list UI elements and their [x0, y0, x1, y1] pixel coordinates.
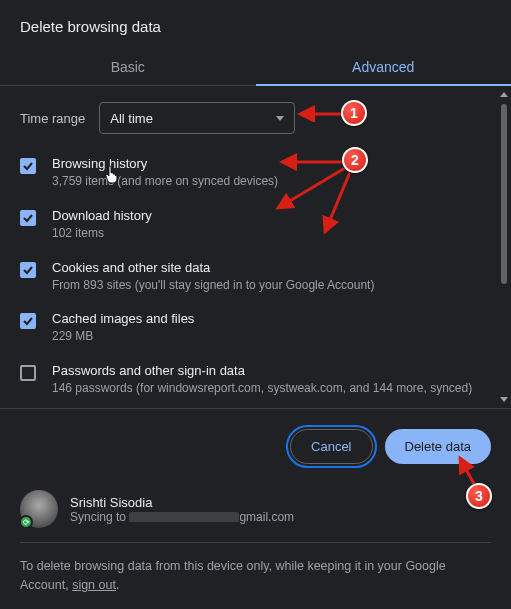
item-title: Cached images and files	[52, 311, 487, 326]
annotation-badge-1: 1	[341, 100, 367, 126]
list-item: Browsing history 3,759 items (and more o…	[20, 148, 505, 200]
scroll-down-icon	[500, 397, 508, 402]
time-range-select[interactable]: All time	[99, 102, 295, 134]
list-item: Download history 102 items	[20, 200, 505, 252]
checkbox-cached[interactable]	[20, 313, 36, 329]
item-title: Download history	[52, 208, 487, 223]
redacted	[129, 512, 239, 522]
options-scroll-area: Time range All time Browsing history 3,7…	[0, 86, 511, 408]
item-sub: 229 MB	[52, 328, 487, 345]
tab-advanced[interactable]: Advanced	[256, 49, 512, 85]
cancel-button[interactable]: Cancel	[290, 429, 372, 464]
item-sub: 102 items	[52, 225, 487, 242]
account-row: ⟳ Srishti Sisodia Syncing to gmail.com	[0, 484, 511, 542]
item-title: Cookies and other site data	[52, 260, 487, 275]
action-row: Cancel Delete data	[0, 409, 511, 484]
tabs: Basic Advanced	[0, 49, 511, 86]
dialog-title: Delete browsing data	[0, 0, 511, 49]
annotation-badge-2: 2	[342, 147, 368, 173]
item-sub: From 893 sites (you'll stay signed in to…	[52, 277, 487, 294]
checkbox-passwords[interactable]	[20, 365, 36, 381]
tab-basic[interactable]: Basic	[0, 49, 256, 85]
annotation-badge-3: 3	[466, 483, 492, 509]
checkbox-download-history[interactable]	[20, 210, 36, 226]
checkbox-cookies[interactable]	[20, 262, 36, 278]
item-sub: 3,759 items (and more on synced devices)	[52, 173, 487, 190]
checkbox-browsing-history[interactable]	[20, 158, 36, 174]
account-name: Srishti Sisodia	[70, 495, 294, 510]
avatar: ⟳	[20, 490, 58, 528]
account-sync-status: Syncing to gmail.com	[70, 510, 294, 524]
delete-data-button[interactable]: Delete data	[385, 429, 492, 464]
sign-out-link[interactable]: sign out	[72, 578, 116, 592]
item-title: Passwords and other sign-in data	[52, 363, 487, 378]
time-range-label: Time range	[20, 111, 85, 126]
time-range-row: Time range All time	[20, 90, 505, 148]
list-item: Cached images and files 229 MB	[20, 303, 505, 355]
chevron-down-icon	[276, 116, 284, 121]
item-sub: 146 passwords (for windowsreport.com, sy…	[52, 380, 487, 397]
scrollbar-thumb[interactable]	[501, 104, 507, 284]
scroll-up-icon	[500, 92, 508, 97]
list-item: Cookies and other site data From 893 sit…	[20, 252, 505, 304]
footer-text: .	[116, 578, 119, 592]
scrollbar[interactable]	[499, 92, 509, 402]
sync-badge-icon: ⟳	[19, 515, 33, 529]
list-item: Passwords and other sign-in data 146 pas…	[20, 355, 505, 407]
item-title: Browsing history	[52, 156, 487, 171]
footer-note: To delete browsing data from this device…	[0, 543, 511, 595]
time-range-value: All time	[110, 111, 153, 126]
